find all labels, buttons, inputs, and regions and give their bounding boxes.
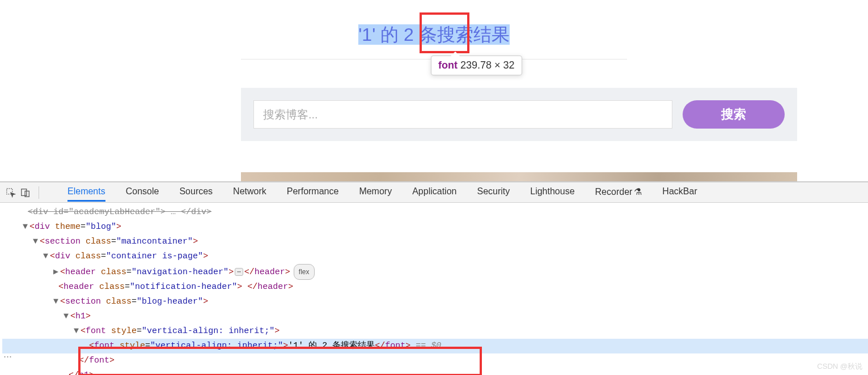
elements-tree[interactable]: <div id="academyLabHeader"> … </div> ▼<d… (0, 203, 868, 375)
dom-line[interactable]: <div id="academyLabHeader"> … </div> (2, 205, 868, 220)
gutter-overflow-icon[interactable]: ⋯ (3, 349, 13, 364)
tab-recorder[interactable]: Recorder⚗ (595, 183, 642, 202)
tab-network[interactable]: Network (233, 183, 266, 202)
dom-line[interactable]: ▼<div theme="blog"> (2, 220, 868, 235)
flex-badge[interactable]: flex (294, 264, 315, 280)
toolbar-separator (39, 186, 39, 199)
svg-rect-1 (22, 189, 27, 195)
dom-line[interactable]: ▼<section class="maincontainer"> (2, 235, 868, 249)
flask-icon: ⚗ (634, 186, 642, 197)
device-toolbar-icon[interactable] (20, 188, 31, 198)
devtools-tabs: Elements Console Sources Network Perform… (67, 183, 697, 202)
dom-line[interactable]: ▼<font style="vertical-align: inherit;"> (2, 324, 868, 339)
watermark: CSDN @秋说 (817, 361, 862, 372)
inspect-element-icon[interactable] (6, 188, 16, 198)
tab-security[interactable]: Security (477, 183, 510, 202)
search-panel: 搜索 (241, 88, 797, 141)
dom-line[interactable]: </h1> (2, 368, 868, 375)
inspector-tooltip: font 239.78 × 32 (431, 56, 522, 75)
search-button[interactable]: 搜索 (683, 100, 785, 129)
dom-line[interactable]: <header class="notification-header"> </h… (2, 280, 868, 295)
tab-performance[interactable]: Performance (287, 183, 339, 202)
annotation-red-box-top (420, 12, 469, 53)
dom-line[interactable]: ▼<section class="blog-header"> (2, 295, 868, 309)
dom-line[interactable]: ▶<header class="navigation-header">⋯</he… (2, 264, 868, 280)
tab-elements[interactable]: Elements (67, 183, 105, 202)
tab-hackbar[interactable]: HackBar (662, 183, 697, 202)
dom-line-selected[interactable]: <font style="vertical-align: inherit;">'… (2, 339, 868, 353)
tab-sources[interactable]: Sources (179, 183, 213, 202)
devtools-toolbar: Elements Console Sources Network Perform… (0, 182, 868, 203)
search-input[interactable] (253, 100, 672, 129)
dom-line[interactable]: </font> (2, 353, 868, 368)
tab-lighthouse[interactable]: Lighthouse (530, 183, 574, 202)
tab-console[interactable]: Console (126, 183, 159, 202)
dom-line[interactable]: ▼<div class="container is-page"> (2, 249, 868, 264)
devtools-panel: Elements Console Sources Network Perform… (0, 181, 868, 375)
ellipsis-icon[interactable]: ⋯ (235, 268, 243, 276)
tab-application[interactable]: Application (412, 183, 456, 202)
tab-memory[interactable]: Memory (359, 183, 392, 202)
dom-line[interactable]: ▼<h1> (2, 309, 868, 324)
